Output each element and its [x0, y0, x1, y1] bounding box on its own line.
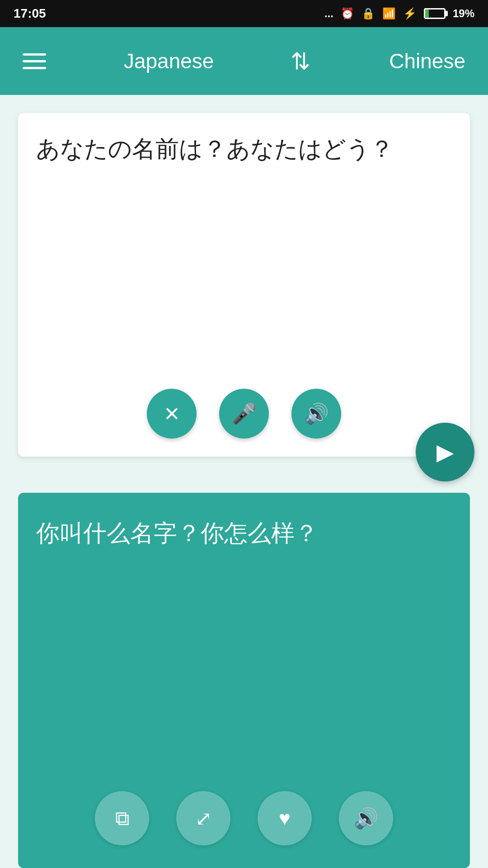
microphone-button[interactable]: 🎤 [219, 389, 269, 439]
share-icon: ⤢ [195, 807, 212, 830]
translation-panel: 你叫什么名字？你怎么样？ ⧉ ⤢ ♥ 🔊 [18, 493, 470, 868]
source-panel: あなたの名前は？あなたはどう？ ✕ 🎤 🔊 [18, 113, 470, 457]
signal-dots: ... [324, 7, 333, 20]
clear-button[interactable]: ✕ [147, 389, 197, 439]
panels-wrapper: あなたの名前は？あなたはどう？ ✕ 🎤 🔊 ▶ [0, 95, 488, 868]
signal-icon: 📶 [382, 7, 396, 20]
source-speak-button[interactable]: 🔊 [291, 389, 341, 439]
close-icon: ✕ [164, 402, 180, 425]
translation-actions: ⧉ ⤢ ♥ 🔊 [36, 791, 452, 850]
send-button[interactable]: ▶ [416, 423, 474, 481]
share-button[interactable]: ⤢ [176, 791, 230, 845]
speaker-icon: 🔊 [354, 807, 379, 830]
copy-button[interactable]: ⧉ [95, 791, 149, 845]
lock-icon: 🔒 [361, 7, 375, 20]
source-wrapper: あなたの名前は？あなたはどう？ ✕ 🎤 🔊 ▶ [0, 95, 488, 457]
swap-languages-button[interactable]: ⇄ [288, 51, 315, 71]
heart-icon: ♥ [279, 807, 291, 830]
translation-wrapper: 你叫什么名字？你怎么样？ ⧉ ⤢ ♥ 🔊 [0, 457, 488, 868]
status-time: 17:05 [14, 6, 46, 21]
battery-indicator [424, 8, 446, 19]
app-header: Japanese ⇄ Chinese [0, 27, 488, 95]
alarm-icon: ⏰ [341, 7, 354, 20]
status-right: ... ⏰ 🔒 📶 ⚡ 19% [324, 7, 474, 20]
menu-button[interactable] [23, 53, 46, 69]
source-language-label[interactable]: Japanese [124, 49, 214, 73]
source-actions: ✕ 🎤 🔊 [36, 389, 452, 443]
bolt-icon: ⚡ [403, 7, 417, 20]
send-icon: ▶ [436, 439, 454, 465]
main-content: あなたの名前は？あなたはどう？ ✕ 🎤 🔊 ▶ [0, 95, 488, 868]
status-bar: 17:05 ... ⏰ 🔒 📶 ⚡ 19% [0, 0, 488, 27]
translation-text: 你叫什么名字？你怎么样？ [36, 515, 452, 551]
translation-speak-button[interactable]: 🔊 [339, 791, 393, 845]
target-language-label[interactable]: Chinese [389, 49, 465, 73]
favorite-button[interactable]: ♥ [258, 791, 312, 845]
speaker-icon: 🔊 [304, 402, 329, 425]
battery-percent: 19% [453, 7, 474, 20]
copy-icon: ⧉ [115, 807, 129, 830]
mic-icon: 🎤 [232, 402, 257, 425]
source-text[interactable]: あなたの名前は？あなたはどう？ [36, 131, 452, 166]
